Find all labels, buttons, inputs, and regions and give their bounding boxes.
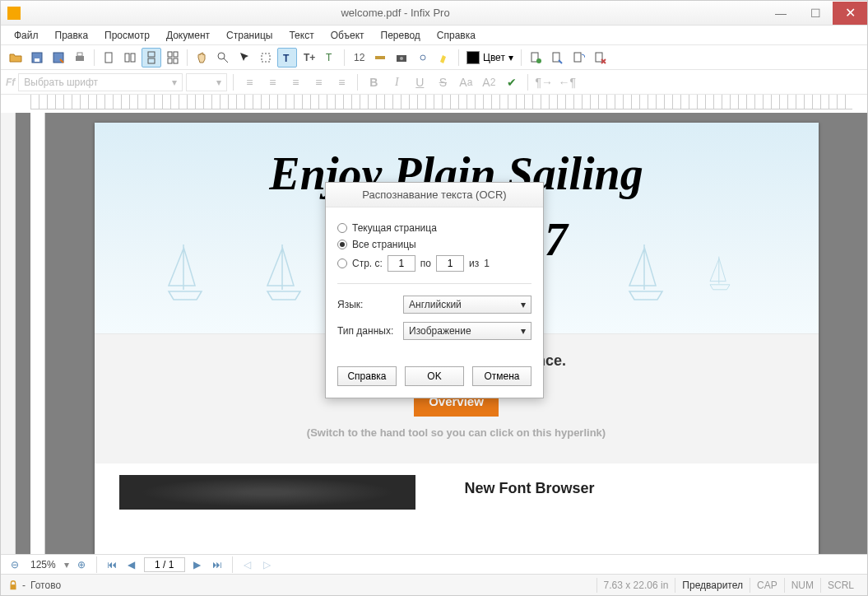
navigation-bar: ⊖ 125% ▾ ⊕ ⏮ ◀ ▶ ⏭ ◁ ▷	[1, 554, 867, 574]
datatype-select[interactable]: Изображение ▾	[403, 322, 531, 340]
language-select[interactable]: Английский ▾	[403, 296, 531, 314]
close-button[interactable]: ✕	[833, 2, 867, 25]
thumbnail-gutter[interactable]	[1, 113, 16, 554]
menu-translate[interactable]: Перевод	[374, 28, 427, 43]
chevron-down-icon: ▾	[216, 77, 221, 88]
italic-button[interactable]: I	[387, 72, 406, 92]
lock-icon	[7, 580, 19, 591]
facing-pages-button[interactable]	[120, 48, 140, 68]
svg-rect-4	[77, 53, 82, 56]
prev-page-button[interactable]: ◀	[124, 557, 139, 572]
font-size-select[interactable]: ▾	[186, 73, 227, 91]
redact-tool-button[interactable]	[370, 48, 390, 68]
zoom-in-button[interactable]: ⊕	[74, 557, 89, 572]
spellcheck-button[interactable]: ✔	[502, 72, 522, 92]
page-input[interactable]	[144, 557, 185, 572]
section-font-browser: New Font Browser	[95, 463, 819, 521]
menu-document[interactable]: Документ	[160, 28, 216, 43]
range-of-label: из	[469, 258, 479, 269]
align-justify-button[interactable]: ≡	[309, 72, 328, 92]
section-title: New Font Browser	[465, 475, 595, 497]
menu-view[interactable]: Просмотр	[98, 28, 156, 43]
save-as-button[interactable]	[49, 48, 68, 68]
svg-rect-15	[262, 54, 270, 62]
select-tool-button[interactable]	[234, 48, 254, 68]
radio-current-page[interactable]: Текущая страница	[337, 222, 531, 234]
highlight-tool-button[interactable]	[434, 48, 454, 68]
align-center-button[interactable]: ≡	[262, 72, 282, 92]
status-ready: Готово	[30, 580, 61, 591]
hand-tool-button[interactable]	[192, 48, 211, 68]
subscript-button[interactable]: A2	[479, 72, 499, 92]
svg-rect-8	[148, 52, 155, 57]
color-picker[interactable]: Цвет ▾	[463, 51, 517, 64]
ltr-button[interactable]: ¶→	[534, 72, 554, 92]
text-tool-button[interactable]: T	[277, 48, 297, 68]
status-cap: CAP	[750, 578, 784, 593]
zoom-out-button[interactable]: ⊖	[7, 557, 22, 572]
menu-file[interactable]: Файл	[7, 28, 45, 43]
chevron-down-icon[interactable]: ▾	[64, 559, 69, 570]
continuous-facing-button[interactable]	[163, 48, 183, 68]
history-forward-button[interactable]: ▷	[260, 557, 275, 572]
save-button[interactable]	[27, 48, 47, 68]
color-label: Цвет	[483, 52, 505, 63]
svg-rect-20	[375, 56, 385, 59]
color-swatch-icon	[466, 51, 480, 64]
print-button[interactable]	[70, 48, 90, 68]
continuous-button[interactable]	[142, 48, 161, 68]
snapshot-button[interactable]	[392, 48, 411, 68]
svg-text:123: 123	[354, 52, 365, 63]
vertical-ruler[interactable]	[30, 113, 45, 554]
menu-text[interactable]: Текст	[282, 28, 320, 43]
align-full-button[interactable]: ≡	[332, 72, 351, 92]
zoom-tool-button[interactable]	[213, 48, 233, 68]
strike-button[interactable]: S	[433, 72, 453, 92]
first-page-button[interactable]: ⏮	[104, 557, 119, 572]
number-tool-button[interactable]: 123	[349, 48, 369, 68]
minimize-button[interactable]: —	[764, 2, 798, 25]
range-from-input[interactable]	[388, 255, 415, 272]
menu-object[interactable]: Объект	[324, 28, 371, 43]
ok-button[interactable]: OK	[405, 366, 464, 386]
text-link-button[interactable]: T	[320, 48, 340, 68]
svg-rect-6	[125, 54, 129, 62]
align-right-button[interactable]: ≡	[285, 72, 305, 92]
svg-rect-3	[76, 56, 84, 61]
radio-all-pages[interactable]: Все страницы	[337, 239, 531, 250]
svg-rect-9	[148, 58, 155, 63]
single-page-button[interactable]	[99, 48, 118, 68]
next-page-button[interactable]: ▶	[190, 557, 205, 572]
font-select[interactable]: Выбрать шрифт ▾	[18, 73, 183, 91]
radio-icon	[337, 223, 347, 233]
menu-help[interactable]: Справка	[430, 28, 482, 43]
link-tool-button[interactable]	[413, 48, 433, 68]
text-plus-button[interactable]: T+	[299, 48, 318, 68]
align-left-button[interactable]: ≡	[239, 72, 259, 92]
cancel-button[interactable]: Отмена	[472, 366, 531, 386]
menu-edit[interactable]: Правка	[49, 28, 95, 43]
svg-rect-5	[105, 53, 112, 63]
status-preview[interactable]: Предварител	[675, 578, 750, 593]
crop-tool-button[interactable]	[256, 48, 276, 68]
open-button[interactable]	[6, 48, 26, 68]
extract-page-button[interactable]	[547, 48, 567, 68]
radio-page-range[interactable]: Стр. с: по из 1	[337, 255, 531, 272]
help-button[interactable]: Справка	[337, 366, 397, 386]
rtl-button[interactable]: ←¶	[557, 72, 577, 92]
svg-rect-11	[174, 52, 178, 57]
history-back-button[interactable]: ◁	[240, 557, 255, 572]
rotate-page-button[interactable]	[569, 48, 588, 68]
delete-page-button[interactable]	[590, 48, 610, 68]
last-page-button[interactable]: ⏭	[210, 557, 225, 572]
bold-button[interactable]: B	[364, 72, 383, 92]
horizontal-ruler[interactable]	[30, 95, 852, 109]
maximize-button[interactable]: ☐	[798, 2, 833, 25]
add-page-button[interactable]	[526, 48, 545, 68]
titlebar: welcome.pdf - Infix Pro — ☐ ✕	[1, 1, 867, 26]
superscript-button[interactable]: Aa	[456, 72, 476, 92]
menu-pages[interactable]: Страницы	[220, 28, 279, 43]
range-to-input[interactable]	[436, 255, 464, 272]
underline-button[interactable]: U	[410, 72, 429, 92]
datatype-value: Изображение	[409, 325, 471, 337]
